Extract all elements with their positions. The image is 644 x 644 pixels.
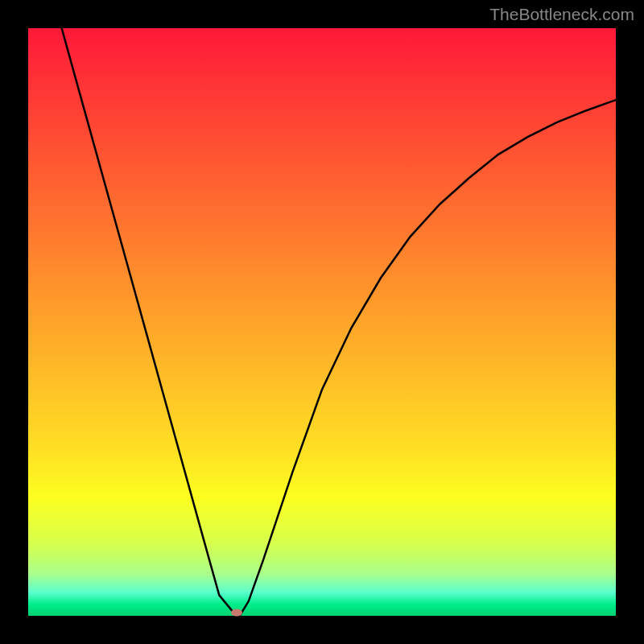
- watermark-text: TheBottleneck.com: [489, 5, 634, 24]
- chart-curve: [28, 28, 616, 616]
- chart-marker-point: [231, 609, 242, 617]
